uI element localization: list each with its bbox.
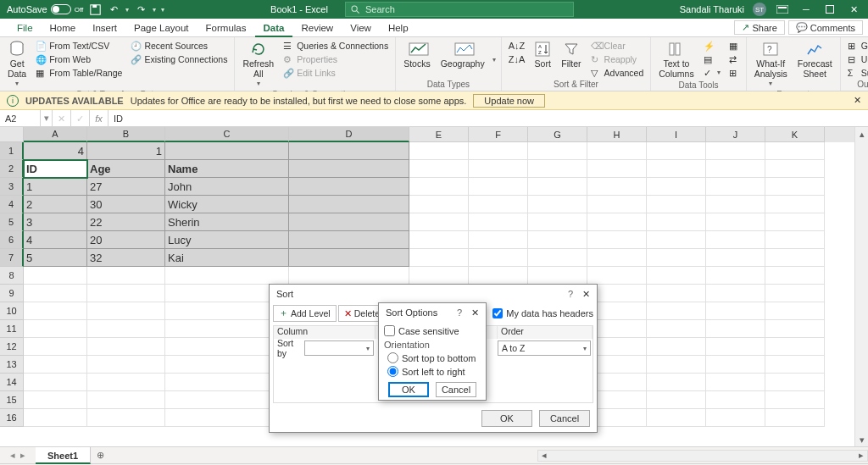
scroll-right-icon[interactable]: ▸ [855, 450, 867, 461]
row-header-10[interactable]: 10 [0, 302, 24, 320]
sort-close-icon[interactable]: ✕ [582, 289, 590, 300]
recent-sources-button[interactable]: 🕘Recent Sources [129, 39, 229, 52]
cell-B5[interactable]: 22 [87, 213, 165, 231]
cell-C4[interactable]: Wicky [165, 196, 289, 213]
cell-B9[interactable] [87, 285, 165, 302]
cell-K7[interactable] [765, 249, 825, 267]
data-types-more[interactable]: ▾ [492, 56, 496, 64]
cell-B2[interactable]: Age [87, 160, 165, 178]
cell-G2[interactable] [528, 160, 587, 178]
cell-K2[interactable] [765, 160, 825, 178]
subtotal-button[interactable]: ΣSubtotal [846, 66, 868, 79]
maximize-icon[interactable] [822, 2, 837, 17]
col-header-K[interactable]: K [765, 127, 825, 142]
cell-I7[interactable] [647, 249, 706, 267]
cell-A15[interactable] [24, 391, 87, 409]
cell-J15[interactable] [706, 391, 765, 409]
ungroup-button[interactable]: ⊟Ungroup ▾ [846, 53, 868, 65]
tab-insert[interactable]: Insert [84, 19, 125, 37]
tab-file[interactable]: File [8, 19, 42, 37]
col-header-C[interactable]: C [165, 127, 289, 142]
group-button[interactable]: ⊞Group ▾ [846, 39, 868, 52]
cell-I4[interactable] [647, 196, 706, 213]
col-header-A[interactable]: A [24, 127, 87, 142]
cell-B14[interactable] [87, 374, 165, 391]
sort-help-icon[interactable]: ? [568, 289, 573, 299]
cell-C1[interactable] [165, 142, 289, 160]
cell-H3[interactable] [587, 178, 647, 196]
formula-input[interactable]: ID [108, 113, 868, 124]
cell-J10[interactable] [706, 302, 765, 320]
cell-F1[interactable] [469, 142, 528, 160]
cell-G5[interactable] [528, 213, 587, 231]
cell-E1[interactable] [409, 142, 469, 160]
cell-B12[interactable] [87, 338, 165, 356]
cell-I14[interactable] [647, 374, 706, 391]
cell-K16[interactable] [765, 409, 825, 427]
cell-H7[interactable] [587, 249, 647, 267]
cell-H8[interactable] [587, 267, 647, 285]
cell-K6[interactable] [765, 231, 825, 249]
cell-F3[interactable] [469, 178, 528, 196]
cell-J2[interactable] [706, 160, 765, 178]
row-header-13[interactable]: 13 [0, 356, 24, 374]
sort-options-help-icon[interactable]: ? [457, 307, 462, 318]
from-web-button[interactable]: 🌐From Web [34, 53, 124, 65]
cell-A13[interactable] [24, 356, 87, 374]
cell-K14[interactable] [765, 374, 825, 391]
name-box[interactable]: A2 [0, 110, 41, 127]
scroll-up-icon[interactable]: ▴ [855, 127, 868, 141]
search-box[interactable]: Search [345, 2, 574, 17]
cell-J8[interactable] [706, 267, 765, 285]
cell-K12[interactable] [765, 338, 825, 356]
cell-A16[interactable] [24, 409, 87, 427]
vertical-scrollbar[interactable]: ▴ ▾ [854, 127, 868, 446]
cell-I16[interactable] [647, 409, 706, 427]
cell-C5[interactable]: Sherin [165, 213, 289, 231]
stocks-button[interactable]: Stocks [401, 39, 433, 80]
cell-I15[interactable] [647, 391, 706, 409]
updates-close-button[interactable]: ✕ [854, 95, 861, 106]
case-sensitive-check[interactable]: Case sensitive [384, 325, 481, 336]
cell-J1[interactable] [706, 142, 765, 160]
sort-left-right-radio[interactable]: Sort left to right [387, 366, 481, 377]
row-header-3[interactable]: 3 [0, 178, 24, 196]
sort-options-ok-button[interactable]: OK [388, 382, 429, 397]
cell-D1[interactable] [289, 142, 409, 160]
sort-button[interactable]: AZ Sort [531, 39, 554, 80]
cell-J13[interactable] [706, 356, 765, 374]
tab-review[interactable]: Review [292, 19, 342, 37]
cell-G1[interactable] [528, 142, 587, 160]
cell-I11[interactable] [647, 320, 706, 338]
data-validation-button[interactable]: ✓▾ [702, 66, 722, 79]
tab-home[interactable]: Home [42, 19, 85, 37]
scroll-down-icon[interactable]: ▾ [855, 433, 868, 446]
whatif-button[interactable]: ? What-If Analysis▾ [752, 39, 790, 90]
cell-K13[interactable] [765, 356, 825, 374]
add-sheet-button[interactable]: ⊕ [91, 450, 109, 461]
cell-E8[interactable] [409, 267, 469, 285]
cell-I2[interactable] [647, 160, 706, 178]
cell-H6[interactable] [587, 231, 647, 249]
cell-A3[interactable]: 1 [24, 178, 87, 196]
from-table-range-button[interactable]: ▦From Table/Range [34, 66, 124, 79]
cell-J5[interactable] [706, 213, 765, 231]
cell-B6[interactable]: 20 [87, 231, 165, 249]
cell-A11[interactable] [24, 320, 87, 338]
cell-J12[interactable] [706, 338, 765, 356]
sort-desc-button[interactable]: Z↓A [507, 53, 527, 65]
row-header-2[interactable]: 2 [0, 160, 24, 178]
horizontal-scrollbar[interactable]: ◂ ▸ [537, 450, 868, 462]
scroll-left-icon[interactable]: ◂ [538, 450, 550, 461]
cell-B11[interactable] [87, 320, 165, 338]
comments-button[interactable]: 💬Comments [788, 20, 863, 35]
sort-asc-button[interactable]: A↓Z [507, 39, 527, 52]
tab-data[interactable]: Data [255, 19, 293, 37]
cell-B13[interactable] [87, 356, 165, 374]
cell-F5[interactable] [469, 213, 528, 231]
sort-order-select[interactable]: A to Z▾ [498, 340, 591, 356]
cell-A9[interactable] [24, 285, 87, 302]
cell-A8[interactable] [24, 267, 87, 285]
row-header-7[interactable]: 7 [0, 249, 24, 267]
refresh-all-button[interactable]: Refresh All▾ [240, 39, 276, 90]
